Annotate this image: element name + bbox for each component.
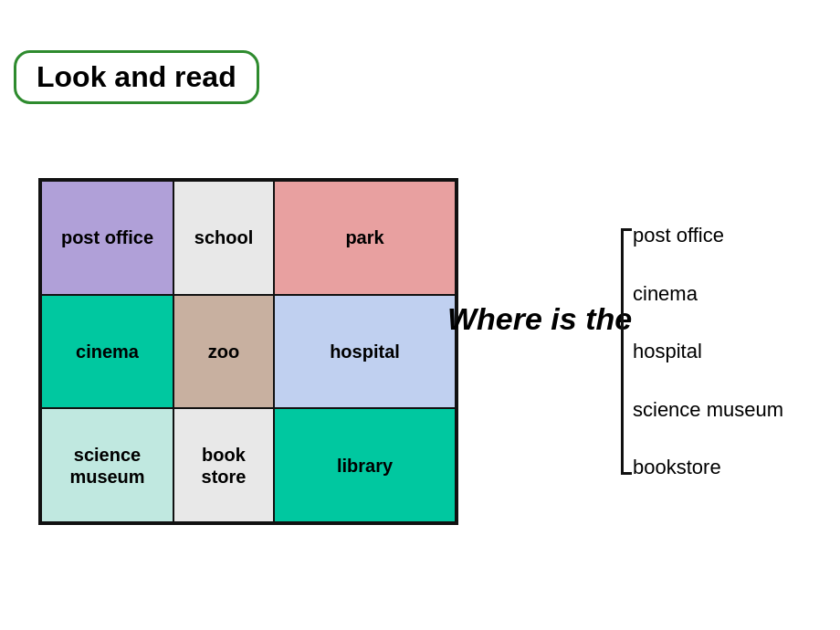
grid-inner: post office school park cinema zoo hospi…	[41, 181, 456, 522]
cell-bookstore: book store	[173, 408, 274, 522]
main-grid: post office school park cinema zoo hospi…	[38, 178, 458, 525]
cell-cinema: cinema	[41, 295, 173, 409]
cell-zoo: zoo	[173, 295, 274, 409]
cell-hospital: hospital	[274, 295, 456, 409]
cell-park: park	[274, 181, 456, 295]
bracket-list: post office cinema hospital science muse…	[621, 224, 783, 479]
list-item-cinema: cinema	[633, 282, 783, 306]
cell-school: school	[173, 181, 274, 295]
title-badge: Look and read	[14, 50, 259, 104]
where-text: Where is the	[447, 301, 632, 337]
cell-science-museum: science museum	[41, 408, 173, 522]
cell-post-office: post office	[41, 181, 173, 295]
list-item-science-museum: science museum	[633, 398, 783, 422]
vocabulary-list: post office cinema hospital science muse…	[633, 224, 783, 479]
where-section: Where is the	[447, 301, 635, 337]
list-item-post-office: post office	[633, 224, 783, 247]
title-text: Look and read	[37, 60, 236, 93]
bracket-line	[621, 228, 624, 475]
cell-library: library	[274, 408, 456, 522]
list-item-bookstore: bookstore	[633, 456, 783, 479]
list-item-hospital: hospital	[633, 340, 783, 363]
